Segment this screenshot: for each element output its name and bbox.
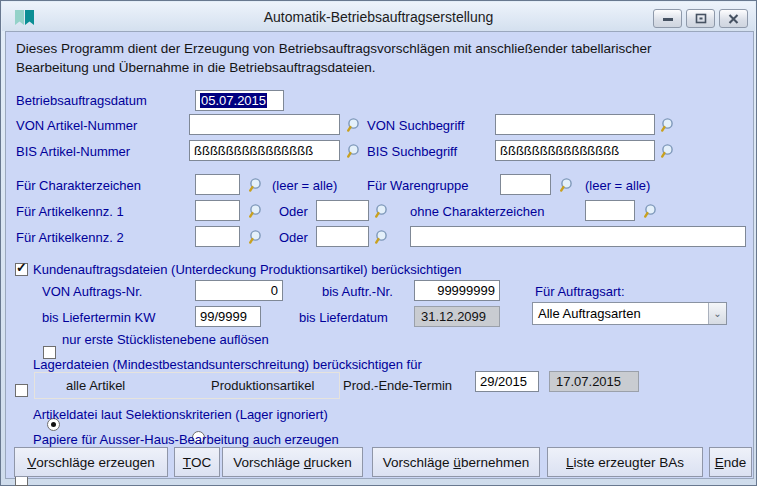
artikelkennz-1-input[interactable] [195, 200, 240, 221]
label-fuer-auftragsart: Für Auftragsart: [535, 281, 625, 302]
artikelkennz-2-input[interactable] [195, 226, 240, 247]
label-fuer-charakterzeichen: Für Charakterzeichen [16, 175, 141, 196]
warengruppe-hint: (leer = alle) [585, 175, 650, 196]
label-bis-auftr-nr: bis Auftr.-Nr. [322, 281, 393, 302]
label-oder-2: Oder [279, 227, 308, 248]
vorschlaege-drucken-button[interactable]: Vorschläge drucken [222, 447, 363, 477]
prod-ende-kw-input[interactable] [475, 371, 539, 392]
ohne-charakterzeichen-input[interactable] [585, 200, 635, 221]
bis-artikel-nummer-input[interactable] [189, 140, 340, 161]
auftragsart-selected-value: Alle Auftragsarten [533, 306, 708, 321]
von-artikel-nummer-input[interactable] [189, 114, 340, 135]
betriebsauftragsdatum-value: 05.07.2015 [200, 93, 267, 108]
toc-button[interactable]: TOC [174, 447, 220, 477]
artikelkennz-1-oder-search-icon[interactable] [374, 203, 391, 220]
title-bar[interactable]: Automatik-Betriebsauftragserstellung [2, 2, 755, 31]
artikelkennz-2-oder-search-icon[interactable] [374, 229, 391, 246]
label-bis-liefertermin-kw: bis Liefertermin KW [42, 307, 155, 328]
label-von-artikel-nummer: VON Artikel-Nummer [16, 115, 137, 136]
bis-suchbegriff-input[interactable] [495, 140, 655, 161]
label-bis-suchbegriff: BIS Suchbegriff [367, 141, 457, 162]
artikelkennz-1-oder-input[interactable] [316, 200, 369, 221]
label-prod-ende-termin: Prod.-Ende-Termin [343, 375, 452, 396]
bis-suchbegriff-search-icon[interactable] [660, 143, 677, 160]
betriebsauftragsdatum-input[interactable]: 05.07.2015 [195, 90, 284, 111]
label-bis-lieferdatum: bis Lieferdatum [299, 307, 388, 328]
vorschlaege-erzeugen-button[interactable]: Vorschläge erzeugen [14, 447, 168, 477]
charakterzeichen-hint: (leer = alle) [272, 175, 337, 196]
label-artikelkennz-1: Für Artikelkennz. 1 [16, 201, 124, 222]
intro-text: Dieses Programm dient der Erzeugung von … [16, 39, 661, 77]
nur-erste-stuecklistenebene-label: nur erste Stücklistenebene auflösen [62, 329, 269, 350]
artikelkennz-1-search-icon[interactable] [248, 203, 265, 220]
von-suchbegriff-search-icon[interactable] [660, 117, 677, 134]
bis-auftr-nr-input[interactable] [414, 280, 500, 301]
artikeldatei-label: Artikeldatei laut Selektionskriterien (L… [33, 404, 328, 425]
alle-artikel-label: alle Artikel [66, 375, 125, 396]
fuer-charakterzeichen-input[interactable] [195, 174, 240, 195]
minimize-button[interactable] [653, 9, 682, 28]
artikelkennz-2-long-input[interactable] [410, 226, 746, 247]
von-auftrags-nr-input[interactable] [195, 280, 283, 301]
liste-erzeugter-bas-button[interactable]: Liste erzeugter BAs [547, 447, 703, 477]
dialog-body: Dieses Programm dient der Erzeugung von … [5, 31, 754, 479]
kundenauftragsdateien-label: Kundenauftragsdateien (Unterdeckung Prod… [33, 259, 462, 280]
label-oder-1: Oder [279, 201, 308, 222]
produktionsartikel-label: Produktionsartikel [211, 375, 314, 396]
ohne-charakterzeichen-search-icon[interactable] [643, 203, 660, 220]
label-artikelkennz-2: Für Artikelkennz. 2 [16, 227, 124, 248]
maximize-button[interactable] [686, 9, 715, 28]
prod-ende-datum-field: 17.07.2015 [549, 371, 639, 392]
bis-liefertermin-kw-input[interactable] [195, 306, 261, 327]
label-betriebsauftragsdatum: Betriebsauftragsdatum [16, 90, 147, 111]
von-suchbegriff-input[interactable] [495, 114, 655, 135]
chevron-down-icon[interactable]: ⌄ [708, 303, 726, 324]
label-bis-artikel-nummer: BIS Artikel-Nummer [16, 141, 130, 162]
label-von-suchbegriff: VON Suchbegriff [367, 115, 464, 136]
minimize-icon [662, 14, 674, 24]
app-window: Automatik-Betriebsauftragserstellung D [0, 0, 757, 486]
label-ohne-charakterzeichen: ohne Charakterzeichen [410, 201, 544, 222]
artikelkennz-2-oder-input[interactable] [316, 226, 369, 247]
charakterzeichen-search-icon[interactable] [248, 177, 265, 194]
auftragsart-dropdown[interactable]: Alle Auftragsarten ⌄ [532, 302, 727, 325]
label-von-auftrags-nr: VON Auftrags-Nr. [42, 281, 142, 302]
bis-artikel-search-icon[interactable] [346, 143, 363, 160]
kundenauftragsdateien-checkbox[interactable] [15, 263, 28, 276]
warengruppe-search-icon[interactable] [559, 177, 576, 194]
label-fuer-warengruppe: Für Warengruppe [367, 175, 468, 196]
artikelkennz-2-search-icon[interactable] [248, 229, 265, 246]
vorschlaege-uebernehmen-button[interactable]: Vorschläge übernehmen [372, 447, 540, 477]
window-title: Automatik-Betriebsauftragserstellung [2, 9, 755, 25]
lagerdateien-checkbox[interactable] [15, 384, 28, 397]
maximize-icon [695, 13, 707, 24]
von-artikel-search-icon[interactable] [346, 117, 363, 134]
bis-lieferdatum-field: 31.12.2099 [414, 306, 500, 327]
fuer-warengruppe-input[interactable] [500, 174, 551, 195]
ende-button[interactable]: Ende [709, 447, 752, 477]
close-button[interactable] [719, 9, 748, 28]
close-icon [728, 14, 739, 24]
